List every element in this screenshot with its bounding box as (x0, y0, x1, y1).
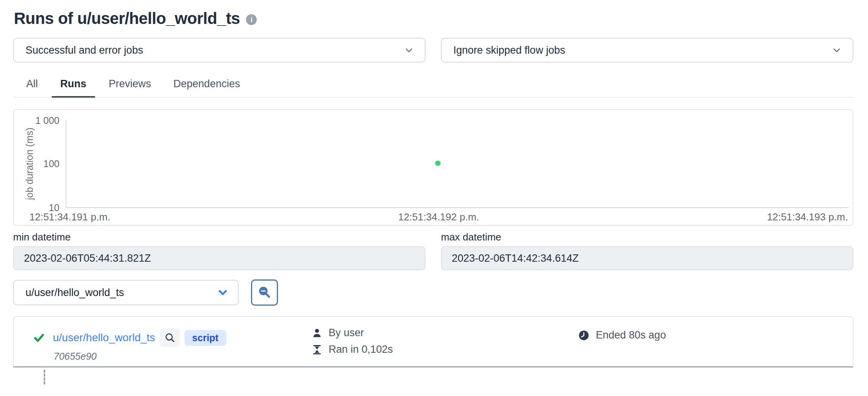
job-kind-badge: script (185, 330, 226, 346)
max-datetime-input[interactable] (441, 246, 853, 270)
y-tick: 100 (43, 158, 59, 169)
tab-runs[interactable]: Runs (52, 74, 95, 98)
y-tick: 1 000 (35, 115, 59, 126)
script-path-select-value: u/user/hello_world_ts (25, 287, 124, 299)
run-id: 70655e90 (54, 351, 226, 362)
magnifier-icon (164, 332, 176, 344)
run-triggered-by: By user (329, 327, 364, 339)
datetime-filters: min datetime max datetime (13, 231, 853, 270)
skipped-jobs-select[interactable]: Ignore skipped flow jobs (441, 38, 853, 63)
run-ended: Ended 80s ago (578, 329, 666, 341)
chevron-down-icon (831, 44, 843, 56)
search-runs-button[interactable] (251, 279, 278, 306)
hourglass-icon (312, 344, 322, 355)
chart-plot[interactable] (66, 120, 849, 208)
runs-page: Runs of u/user/hello_world_ts i Successf… (0, 0, 868, 384)
info-icon[interactable]: i (246, 14, 257, 25)
run-main-info: u/user/hello_world_ts script 70655e90 (33, 328, 226, 362)
x-tick: 12:51:34.192 p.m. (398, 211, 479, 223)
run-ended-text: Ended 80s ago (596, 329, 666, 341)
run-meta: By user Ran in 0,102s (312, 327, 393, 355)
inspect-run-button[interactable] (160, 328, 180, 347)
min-datetime-label: min datetime (13, 231, 426, 243)
chart-y-axis-ticks: 1 000 100 10 (14, 120, 62, 208)
page-title: Runs of u/user/hello_world_ts (14, 9, 240, 28)
page-header: Runs of u/user/hello_world_ts i (14, 9, 853, 28)
chart-x-axis-ticks: 12:51:34.191 p.m. 12:51:34.192 p.m. 12:5… (29, 211, 848, 223)
max-datetime-label: max datetime (441, 231, 853, 243)
job-status-select[interactable]: Successful and error jobs (13, 38, 426, 63)
filters-row: Successful and error jobs Ignore skipped… (13, 38, 853, 63)
tabs-bar: All Runs Previews Dependencies (13, 74, 853, 98)
search-minus-icon (257, 285, 272, 300)
chevron-down-icon (216, 286, 229, 299)
run-path-link[interactable]: u/user/hello_world_ts (53, 332, 155, 344)
job-status-select-value: Successful and error jobs (25, 44, 143, 56)
user-icon (312, 328, 322, 338)
tab-dependencies[interactable]: Dependencies (165, 74, 249, 98)
job-duration-chart: job duration (ms) 1 000 100 10 12:51:34.… (13, 109, 853, 226)
run-duration: Ran in 0,102s (329, 344, 393, 355)
min-datetime-input[interactable] (13, 246, 426, 270)
run-data-point[interactable] (435, 161, 441, 166)
tab-previews[interactable]: Previews (100, 74, 160, 98)
tab-all[interactable]: All (18, 74, 46, 98)
path-filter-row: u/user/hello_world_ts (13, 279, 853, 306)
skipped-jobs-select-value: Ignore skipped flow jobs (453, 44, 565, 56)
x-tick: 12:51:34.193 p.m. (767, 211, 848, 223)
chevron-down-icon (403, 44, 415, 56)
x-tick: 12:51:34.191 p.m. (29, 211, 110, 223)
timeline-connector (44, 370, 45, 384)
clock-icon (578, 330, 590, 341)
run-list-item[interactable]: u/user/hello_world_ts script 70655e90 (13, 316, 853, 367)
script-path-select[interactable]: u/user/hello_world_ts (13, 280, 239, 305)
success-check-icon (33, 332, 45, 344)
